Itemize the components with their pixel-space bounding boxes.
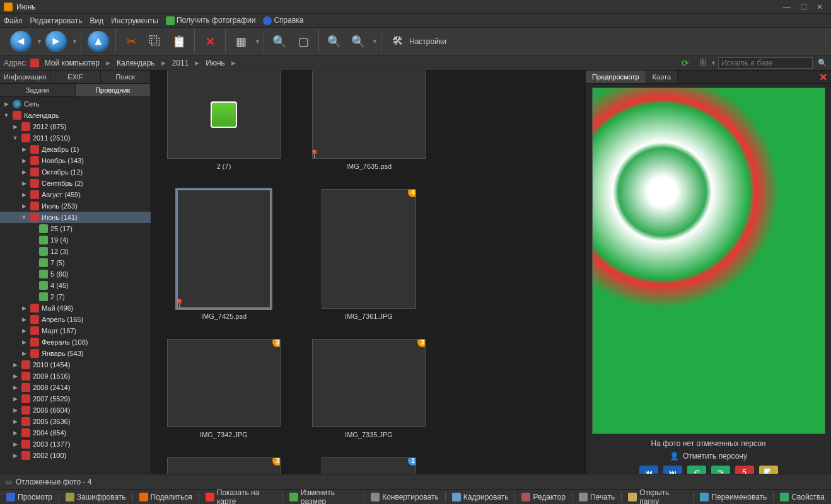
tree-expander[interactable]: ▶ bbox=[11, 418, 19, 425]
breadcrumb-3[interactable]: Июнь bbox=[204, 59, 226, 67]
tree-expander[interactable]: ▶ bbox=[3, 101, 10, 107]
tree-expander[interactable]: ▶ bbox=[20, 146, 28, 152]
tree-expander[interactable]: ▼ bbox=[20, 214, 28, 220]
tree-item[interactable]: 12 (3) bbox=[0, 246, 151, 257]
tree-item[interactable]: ▶2005 (3636) bbox=[0, 416, 151, 427]
tree-expander[interactable]: ▶ bbox=[20, 180, 28, 186]
bb-properties[interactable]: Свойства bbox=[776, 491, 828, 503]
note-button[interactable]: 📝 bbox=[759, 466, 778, 474]
tree-item[interactable]: ▶Ноябрь (143) bbox=[0, 155, 151, 166]
bb-openfolder[interactable]: Открыть папку bbox=[624, 487, 690, 505]
breadcrumb-1[interactable]: Календарь bbox=[115, 59, 156, 67]
thumbnail[interactable]: 📍IMG_7635.psd bbox=[309, 71, 429, 170]
menu-get-photos[interactable]: Получить фотографии bbox=[166, 16, 255, 25]
tab-exif[interactable]: EXIF bbox=[50, 71, 100, 83]
tree-expander[interactable]: ▶ bbox=[11, 396, 19, 402]
tree-expander[interactable]: ▶ bbox=[11, 452, 19, 459]
preview-button[interactable]: 🔍 bbox=[268, 30, 291, 53]
minimize-button[interactable]: — bbox=[779, 2, 794, 12]
tag-person-button[interactable]: 👤 Отметить персону bbox=[670, 452, 747, 461]
tree-item[interactable]: ▶2008 (2414) bbox=[0, 382, 151, 393]
tree-expander[interactable]: ▶ bbox=[20, 192, 28, 198]
bb-share[interactable]: Поделиться bbox=[136, 491, 196, 503]
nav-up-button[interactable]: ▲ bbox=[85, 28, 112, 55]
menu-tools[interactable]: Инструменты bbox=[111, 16, 158, 25]
tree-expander[interactable]: ▶ bbox=[11, 362, 19, 368]
thumbnail-view[interactable]: 2 (7)📍IMG_7635.psd📍IMG_7425.psd4IMG_7361… bbox=[151, 71, 585, 474]
search-icon[interactable]: 🔍 bbox=[818, 59, 827, 67]
tree-item[interactable]: 2 (7) bbox=[0, 291, 151, 302]
tree-item[interactable]: ▶Май (496) bbox=[0, 302, 151, 314]
cut-button[interactable]: ✂ bbox=[120, 30, 142, 53]
tree-item[interactable]: ▶Февраль (108) bbox=[0, 336, 151, 348]
thumbnail[interactable]: 4IMG_7361.JPG bbox=[309, 189, 429, 320]
tree-expander[interactable]: ▼ bbox=[3, 112, 10, 118]
tree-expander[interactable]: ▶ bbox=[20, 203, 28, 209]
tree-item[interactable]: ▶Сентябрь (2) bbox=[0, 178, 151, 189]
tree-item[interactable]: ▶2003 (1377) bbox=[0, 438, 151, 450]
tree-item[interactable]: 7 (5) bbox=[0, 257, 151, 268]
tree-item[interactable]: ▶Март (187) bbox=[0, 325, 151, 336]
zoom-in-button[interactable]: 🔍 bbox=[323, 30, 346, 53]
breadcrumb-root[interactable]: Мой компьютер bbox=[44, 59, 101, 67]
thumbnail[interactable]: 3📍IMG_7337.JPG bbox=[164, 457, 284, 474]
bb-crop[interactable]: Кадрировать bbox=[448, 491, 513, 503]
delete-button[interactable]: ✕ bbox=[199, 30, 221, 53]
tree-item[interactable]: ▶2002 (100) bbox=[0, 450, 151, 461]
tree-item[interactable]: ▶2010 (1454) bbox=[0, 359, 151, 370]
prev-next-button[interactable]: ⏭ bbox=[663, 466, 682, 474]
tree-expander[interactable]: ▶ bbox=[11, 384, 19, 391]
tree-item[interactable]: ▶2009 (1516) bbox=[0, 370, 151, 382]
tree-item[interactable]: ▶Октябрь (12) bbox=[0, 166, 151, 178]
tab-search[interactable]: Поиск bbox=[101, 71, 151, 83]
copy-button[interactable]: ⿻ bbox=[144, 30, 166, 53]
zoom-out-button[interactable]: 🔍 bbox=[347, 30, 369, 53]
tree-item[interactable]: ▶2007 (5529) bbox=[0, 393, 151, 404]
tree-item[interactable]: ▼2011 (2510) bbox=[0, 132, 151, 144]
thumbnail[interactable]: 3IMG_7335.JPG bbox=[309, 339, 429, 438]
zoom-dropdown[interactable]: ▼ bbox=[371, 38, 377, 45]
tree-item[interactable]: ▶Январь (543) bbox=[0, 348, 151, 359]
view-mode-dropdown[interactable]: ▼ bbox=[253, 38, 260, 45]
tree-item[interactable]: ▼Июнь (141) bbox=[0, 212, 151, 223]
tree-item[interactable]: ▶Апрель (165) bbox=[0, 314, 151, 325]
tree-expander[interactable]: ▶ bbox=[20, 158, 28, 164]
tree-item[interactable]: ▶2004 (854) bbox=[0, 427, 151, 438]
refresh-icon[interactable]: ⟳ bbox=[682, 58, 689, 68]
bb-encrypt[interactable]: Зашифровать bbox=[62, 491, 130, 503]
tab-tasks[interactable]: Задачи bbox=[0, 84, 76, 96]
tree-expander[interactable]: ▶ bbox=[20, 316, 28, 323]
menu-file[interactable]: Файл bbox=[4, 16, 23, 25]
tree-item[interactable]: 4 (45) bbox=[0, 280, 151, 291]
tree-item[interactable]: ▶2006 (6604) bbox=[0, 404, 151, 416]
tree-item[interactable]: ▼Календарь bbox=[0, 110, 151, 121]
thumbnail[interactable]: 1📍img_7979.jpg bbox=[309, 457, 429, 474]
deferred-bar[interactable]: ▭ Отложенные фото - 4 bbox=[0, 474, 831, 489]
menu-edit[interactable]: Редактировать bbox=[30, 16, 83, 25]
paste-button[interactable]: 📋 bbox=[168, 30, 190, 53]
breadcrumb-2[interactable]: 2011 bbox=[171, 59, 190, 67]
forward-history-dropdown[interactable]: ▼ bbox=[71, 38, 77, 45]
tab-explorer[interactable]: Проводник bbox=[76, 84, 151, 96]
bb-view[interactable]: Просмотр bbox=[3, 491, 56, 503]
thumbnail[interactable]: 3IMG_7342.JPG bbox=[164, 339, 284, 438]
tree-expander[interactable]: ▶ bbox=[20, 305, 28, 311]
slideshow-button[interactable]: ▢ bbox=[292, 30, 315, 53]
bb-showmap[interactable]: Показать на карте bbox=[202, 487, 280, 505]
nav-forward-button[interactable]: ► bbox=[43, 28, 69, 55]
nav-back-button[interactable]: ◄ bbox=[8, 28, 34, 55]
bb-editor[interactable]: Редактор bbox=[518, 491, 569, 503]
settings-button[interactable]: 🛠 Настройки bbox=[385, 30, 451, 53]
bb-resize[interactable]: Изменить размер bbox=[286, 487, 361, 505]
tree-expander[interactable]: ▶ bbox=[20, 350, 28, 357]
tab-map[interactable]: Карта bbox=[646, 71, 678, 83]
back-history-dropdown[interactable]: ▼ bbox=[35, 38, 42, 45]
tree-item[interactable]: ▶2012 (875) bbox=[0, 121, 151, 132]
tree-item[interactable]: 5 (60) bbox=[0, 268, 151, 280]
prev-first-button[interactable]: ⏮ bbox=[639, 466, 658, 474]
search-input[interactable] bbox=[718, 57, 813, 69]
database-icon[interactable]: 🗄 bbox=[699, 59, 707, 67]
rating-button[interactable]: 5 bbox=[735, 466, 754, 474]
close-button[interactable]: ✕ bbox=[812, 2, 827, 12]
bb-convert[interactable]: Конвертировать bbox=[367, 491, 443, 503]
